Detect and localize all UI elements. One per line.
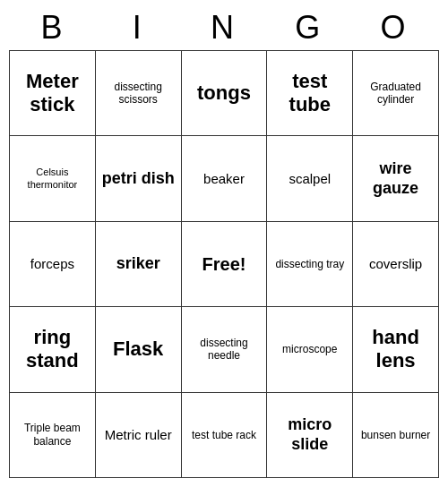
cell-text-11: sriker <box>116 254 160 274</box>
bingo-cell-24: bunsen burner <box>353 393 439 478</box>
cell-text-21: Metric ruler <box>105 427 172 443</box>
cell-text-1: dissecting scissors <box>99 81 177 107</box>
cell-text-16: Flask <box>113 337 163 361</box>
cell-text-9: wire gauze <box>357 159 435 198</box>
cell-text-13: dissecting tray <box>275 258 344 270</box>
cell-text-22: test tube rack <box>192 429 256 441</box>
bingo-cell-14: coverslip <box>353 222 439 307</box>
cell-text-23: micro slide <box>271 415 349 454</box>
title-g: G <box>267 9 352 47</box>
cell-text-19: hand lens <box>357 326 435 373</box>
bingo-cell-21: Metric ruler <box>96 393 182 478</box>
title-o: O <box>352 9 437 47</box>
bingo-cell-5: Celsuis thermonitor <box>10 136 96 221</box>
bingo-cell-17: dissecting needle <box>182 307 268 392</box>
bingo-cell-8: scalpel <box>267 136 353 221</box>
title-n: N <box>181 9 266 47</box>
cell-text-17: dissecting needle <box>185 337 263 363</box>
cell-text-10: forceps <box>30 256 74 272</box>
bingo-cell-12: Free! <box>182 222 268 307</box>
bingo-cell-7: beaker <box>182 136 268 221</box>
cell-text-3: test tube <box>271 70 349 117</box>
bingo-cell-2: tongs <box>182 51 268 136</box>
bingo-cell-4: Graduated cylinder <box>353 51 439 136</box>
cell-text-24: bunsen burner <box>361 429 430 441</box>
bingo-cell-11: sriker <box>96 222 182 307</box>
bingo-cell-20: Triple beam balance <box>10 393 96 478</box>
bingo-cell-16: Flask <box>96 307 182 392</box>
cell-text-4: Graduated cylinder <box>357 81 435 107</box>
bingo-cell-10: forceps <box>10 222 96 307</box>
bingo-cell-3: test tube <box>267 51 353 136</box>
bingo-cell-13: dissecting tray <box>267 222 353 307</box>
title-i: I <box>96 9 181 47</box>
cell-text-0: Meter stick <box>13 70 91 117</box>
bingo-cell-9: wire gauze <box>353 136 439 221</box>
bingo-cell-22: test tube rack <box>182 393 268 478</box>
bingo-cell-18: microscope <box>267 307 353 392</box>
bingo-grid: Meter stickdissecting scissorstongstest … <box>9 50 439 478</box>
cell-text-8: scalpel <box>289 171 331 187</box>
bingo-cell-23: micro slide <box>267 393 353 478</box>
title-b: B <box>11 9 96 47</box>
cell-text-18: microscope <box>282 343 337 355</box>
cell-text-6: petri dish <box>102 169 175 189</box>
cell-text-15: ring stand <box>13 326 91 373</box>
cell-text-2: tongs <box>197 81 251 105</box>
bingo-cell-15: ring stand <box>10 307 96 392</box>
bingo-cell-1: dissecting scissors <box>96 51 182 136</box>
cell-text-7: beaker <box>203 171 245 187</box>
cell-text-20: Triple beam balance <box>13 422 91 448</box>
bingo-cell-0: Meter stick <box>10 51 96 136</box>
bingo-title: B I N G O <box>9 9 439 47</box>
bingo-cell-19: hand lens <box>353 307 439 392</box>
bingo-cell-6: petri dish <box>96 136 182 221</box>
cell-text-12: Free! <box>202 253 246 275</box>
cell-text-5: Celsuis thermonitor <box>13 167 91 190</box>
cell-text-14: coverslip <box>369 256 422 272</box>
